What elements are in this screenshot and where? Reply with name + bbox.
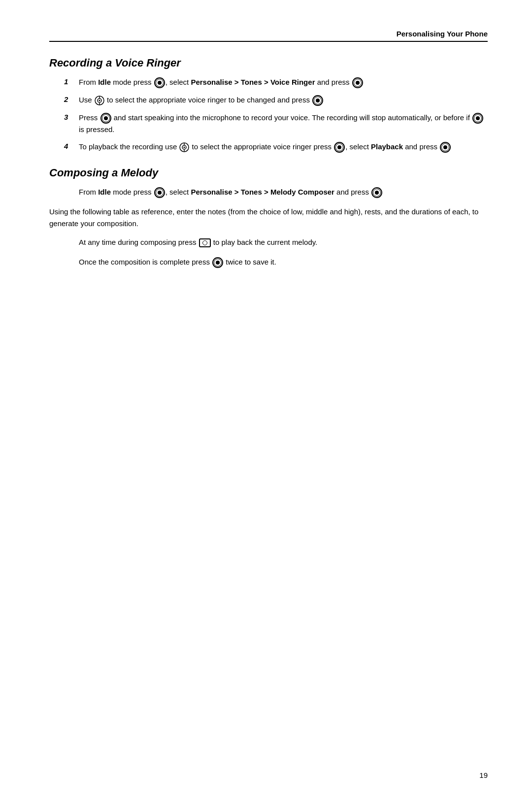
svg-point-2 (99, 100, 100, 101)
melody-body: Using the following table as reference, … (49, 206, 488, 230)
melody-indented-2: Once the composition is complete press t… (79, 256, 488, 268)
ok-icon-3a (100, 113, 111, 124)
melody-intro: From Idle mode press , select Personalis… (79, 186, 488, 198)
svg-point-7 (184, 147, 185, 148)
menu-path-2: Personalise > Tones > Melody Composer (191, 188, 334, 196)
ok-icon-1b (352, 77, 363, 88)
scroll-icon-2 (95, 96, 104, 105)
section1-title: Recording a Voice Ringer (49, 57, 488, 69)
idle-label-1: Idle (98, 78, 111, 86)
step-1: 1 From Idle mode press , select Personal… (64, 76, 488, 88)
page: Personalising Your Phone Recording a Voi… (0, 0, 532, 804)
ok-icon-m1 (154, 187, 165, 198)
step-3-num: 3 (64, 112, 79, 135)
page-header: Personalising Your Phone (49, 30, 488, 42)
step-1-content: From Idle mode press , select Personalis… (79, 76, 488, 88)
idle-label-2: Idle (98, 188, 111, 196)
ok-icon-3b (472, 113, 483, 124)
scroll-icon-4 (179, 142, 189, 152)
step-3-content: Press and start speaking into the microp… (79, 112, 488, 135)
step-list: 1 From Idle mode press , select Personal… (64, 76, 488, 153)
step-4-num: 4 (64, 141, 79, 153)
play-rect-icon (199, 238, 211, 247)
step-3: 3 Press and start speaking into the micr… (64, 112, 488, 135)
step-1-num: 1 (64, 76, 79, 88)
section2-title: Composing a Melody (49, 167, 488, 179)
ok-icon-m2 (371, 187, 382, 198)
ok-icon-1a (154, 77, 165, 88)
section-recording: Recording a Voice Ringer 1 From Idle mod… (49, 57, 488, 153)
step-4: 4 To playback the recording use to selec… (64, 141, 488, 153)
page-number: 19 (479, 771, 488, 779)
playback-label: Playback (371, 142, 403, 151)
melody-indented-1: At any time during composing press to pl… (79, 236, 488, 248)
step-4-content: To playback the recording use to select … (79, 141, 488, 153)
ok-icon-m3 (212, 257, 223, 268)
step-2-num: 2 (64, 94, 79, 106)
step-2: 2 Use to select the appropriate voice ri… (64, 94, 488, 106)
section-melody: Composing a Melody From Idle mode press … (49, 167, 488, 268)
ok-icon-4b (440, 142, 451, 153)
ok-icon-4a (334, 142, 345, 153)
menu-path-1: Personalise > Tones > Voice Ringer (191, 78, 315, 86)
header-text: Personalising Your Phone (397, 30, 488, 38)
step-2-content: Use to select the appropriate voice ring… (79, 94, 488, 106)
ok-icon-2 (312, 95, 323, 106)
